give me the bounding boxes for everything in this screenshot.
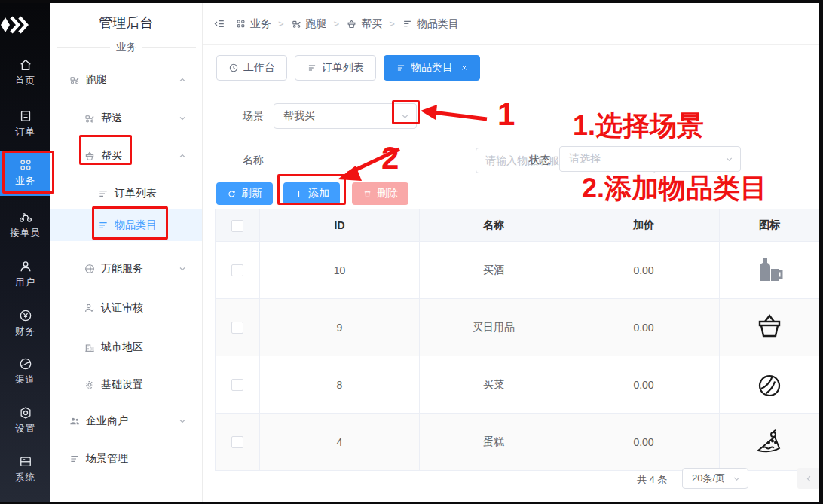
order-icon [18,108,33,124]
list-icon [402,18,413,29]
breadcrumb-item-item-categories[interactable]: 物品类目 [402,17,459,31]
tab-item-categories[interactable]: 物品类目 [384,55,480,81]
window-edge-right [819,0,823,504]
system-icon [18,454,33,469]
chevron-down-icon[interactable] [178,417,187,426]
gear-icon [84,379,96,391]
pagination-prev-button[interactable] [797,468,820,489]
breadcrumb-item-business[interactable]: 业务 [235,17,271,31]
finance-icon [18,308,33,323]
chevron-down-icon[interactable] [178,114,187,123]
admin-app-window: 首页 订单 业务 接单员 用户 财务 渠道 设置 [0,0,823,504]
rail-item-orders[interactable]: 订单 [0,108,50,139]
list-icon [396,63,406,73]
sidebar-item-universal-services[interactable]: 万能服务 [50,260,202,278]
column-header-icon: 图标 [720,209,820,242]
building-icon [84,341,96,353]
rail-item-finance[interactable]: 财务 [0,308,50,338]
page-size-select[interactable]: 20条/页 [682,468,748,489]
sidebar-item-paotui[interactable]: 跑腿 [50,71,202,89]
close-icon[interactable] [460,64,468,72]
breadcrumb-separator: > [278,18,284,29]
status-select[interactable]: 请选择 [559,146,741,172]
chevron-down-icon [400,111,410,121]
channel-icon [18,356,33,371]
row-checkbox[interactable] [231,264,243,276]
row-checkbox[interactable] [231,379,243,391]
people-icon [69,415,81,427]
list-icon [97,219,109,231]
fold-icon [213,17,226,30]
scooter-icon [291,18,302,29]
rail-item-couriers[interactable]: 接单员 [0,209,50,240]
sidebar-title: 管理后台 [50,14,202,32]
sidebar-item-bangsong[interactable]: 帮送 [50,109,202,127]
chevron-down-icon[interactable] [178,264,187,273]
tab-order-list[interactable]: 订单列表 [295,55,376,81]
delete-button[interactable]: 删除 [352,182,408,205]
rail-item-business[interactable]: 业务 [0,151,50,196]
sidebar-item-item-categories[interactable]: 物品类目 [50,209,202,241]
refresh-button[interactable]: 刷新 [216,182,273,205]
user-icon [18,259,33,274]
trash-icon [363,189,372,199]
refresh-icon [227,189,237,199]
scooter-icon [84,112,96,124]
row-checkbox[interactable] [231,322,243,334]
column-header-name: 名称 [420,209,568,242]
categories-table: ID 名称 加价 图标 10 买酒 0.00 9 买日用品 0.00 [215,209,820,471]
alcohol-icon [753,254,786,287]
status-label: 状态 [529,154,550,167]
sidebar-item-certification-review[interactable]: 认证审核 [50,299,202,317]
chevron-up-icon[interactable] [178,75,187,84]
app-logo[interactable] [0,15,50,35]
chevron-down-icon [732,474,742,484]
globe-icon [84,263,96,275]
sidebar-item-bangmai[interactable]: 帮买 [50,147,202,165]
sidebar-fold-button[interactable] [213,17,226,30]
table-row: 10 买酒 0.00 [216,242,820,299]
rail-item-settings[interactable]: 设置 [0,405,50,435]
home-icon [18,57,33,72]
main-content: 业务 > 跑腿 > 帮买 > 物品类目 工作台 [202,3,819,502]
select-all-cell [216,209,260,242]
settings-icon [18,405,33,420]
rail-item-channels[interactable]: 渠道 [0,356,50,386]
tab-bar: 工作台 订单列表 物品类目 [202,45,819,90]
rail-item-system[interactable]: 系统 [0,454,50,484]
table-row: 9 买日用品 0.00 [216,299,820,356]
breadcrumb-separator: > [334,18,340,29]
grid-icon [18,157,33,173]
bike-icon [18,209,33,225]
user-check-icon [84,302,96,314]
secondary-sidebar: 管理后台 业务 跑腿 帮送 帮买 订单列表 物品类目 万能服务 [50,3,203,502]
chevron-up-icon[interactable] [178,151,187,160]
scooter-icon [69,74,81,86]
scene-select[interactable]: 帮我买 [274,103,417,129]
list-icon [69,453,81,465]
breadcrumb-separator: > [389,18,395,29]
list-icon [97,188,109,200]
breadcrumb-item-bangmai[interactable]: 帮买 [346,17,382,31]
table-header-row: ID 名称 加价 图标 [216,209,820,242]
select-all-checkbox[interactable] [231,220,243,232]
sidebar-item-city-regions[interactable]: 城市地区 [50,338,202,356]
row-checkbox[interactable] [231,436,243,448]
sidebar-section-label: 业务 [50,41,202,54]
sidebar-item-order-list[interactable]: 订单列表 [50,185,202,203]
breadcrumb-item-paotui[interactable]: 跑腿 [291,17,327,31]
window-edge-top [0,0,823,3]
name-label: 名称 [243,154,264,167]
grid-icon [235,18,246,29]
tab-workbench[interactable]: 工作台 [216,55,287,81]
rail-item-home[interactable]: 首页 [0,57,50,87]
sidebar-item-scene-management[interactable]: 场景管理 [50,450,202,468]
list-icon [307,63,317,73]
sidebar-item-basic-settings[interactable]: 基础设置 [50,376,202,394]
sidebar-item-enterprise-merchants[interactable]: 企业商户 [50,412,202,430]
plus-icon [294,189,304,199]
cabbage-icon [753,368,786,402]
add-button[interactable]: 添加 [283,182,340,205]
rail-item-users[interactable]: 用户 [0,259,50,289]
column-header-id: ID [260,209,420,242]
